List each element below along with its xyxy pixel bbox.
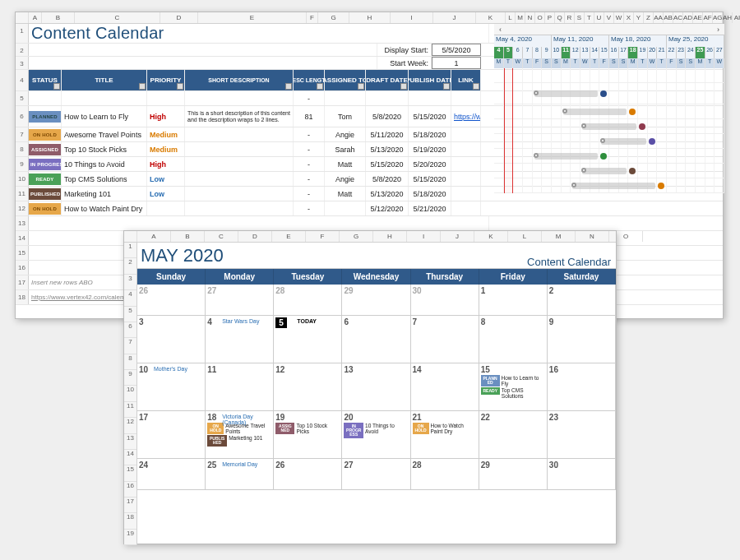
cell-publish-date[interactable]: 5/19/2020: [409, 142, 451, 156]
calendar-day[interactable]: 29: [342, 285, 410, 316]
cell-description[interactable]: [185, 127, 294, 141]
calendar-day[interactable]: 21ON HOLDHow to Watch Paint Dry: [411, 411, 479, 459]
cell-draft-date[interactable]: 5/13/2020: [366, 142, 409, 156]
cell-length[interactable]: -: [294, 172, 325, 186]
cell-title[interactable]: 10 Things to Avoid: [62, 157, 147, 171]
cell-publish-date[interactable]: 5/20/2020: [409, 157, 451, 171]
cell-title[interactable]: Top 10 Stock Picks: [62, 142, 147, 156]
calendar-day[interactable]: 23: [548, 411, 616, 459]
cell-assigned[interactable]: Angie: [325, 172, 366, 186]
calendar-day[interactable]: 2: [548, 285, 616, 316]
cell-title[interactable]: Top CMS Solutions: [62, 172, 147, 186]
display-start-input[interactable]: 5/5/2020: [432, 44, 481, 56]
cell-draft-date[interactable]: 5/12/2020: [366, 201, 409, 215]
calendar-day[interactable]: 6: [342, 316, 410, 363]
calendar-day[interactable]: 24: [137, 459, 206, 490]
col-header-link[interactable]: LINK: [451, 70, 481, 90]
calendar-day[interactable]: 10Mother's Day: [137, 363, 206, 411]
cell-length[interactable]: -: [294, 157, 325, 171]
cell-link[interactable]: [451, 127, 481, 141]
cell-length[interactable]: -: [294, 142, 325, 156]
calendar-event[interactable]: IN PROGR ESS10 Things to Avoid: [344, 423, 408, 438]
cell-priority[interactable]: Medium: [147, 127, 185, 141]
gantt-next-button[interactable]: ›: [717, 25, 719, 34]
cell-draft-date[interactable]: 5/13/2020: [366, 187, 409, 201]
cell-link[interactable]: [451, 157, 481, 171]
cell-priority[interactable]: High: [147, 157, 185, 171]
calendar-day[interactable]: 18Victoria Day (Canada)ON HOLDAwesome Tr…: [206, 411, 274, 459]
cell-description[interactable]: [185, 187, 294, 201]
cell-assigned[interactable]: Tom: [325, 106, 366, 127]
cell-publish-date[interactable]: 5/21/2020: [409, 201, 451, 215]
calendar-day[interactable]: 30: [411, 285, 479, 316]
cell-publish-date[interactable]: 5/15/2020: [409, 106, 451, 127]
footer-link[interactable]: https://www.vertex42.com/calendar: [31, 294, 133, 301]
calendar-day[interactable]: 19ASSIG NEDTop 10 Stock Picks: [274, 411, 342, 459]
filter-dropdown-icon[interactable]: [53, 83, 60, 90]
calendar-day[interactable]: 12: [274, 363, 342, 411]
cell-title[interactable]: How to Watch Paint Dry: [62, 201, 147, 215]
cell-title[interactable]: Marketing 101: [62, 187, 147, 201]
col-header-publish-date[interactable]: PUBLISH DATE: [409, 70, 451, 90]
cell-draft-date[interactable]: 5/8/2020: [366, 106, 409, 127]
cell-assigned[interactable]: [325, 201, 366, 215]
col-header-short-description[interactable]: SHORT DESCRIPTION: [185, 70, 294, 90]
cell-priority[interactable]: High: [147, 106, 185, 127]
cell-priority[interactable]: [147, 201, 185, 215]
cell-length[interactable]: 81: [294, 106, 325, 127]
cell-description[interactable]: [185, 157, 294, 171]
col-header-status[interactable]: STATUS: [29, 70, 62, 90]
calendar-day[interactable]: 16: [548, 363, 616, 411]
start-week-input[interactable]: 1: [432, 57, 481, 69]
filter-dropdown-icon[interactable]: [139, 83, 146, 90]
calendar-day[interactable]: 22: [479, 411, 548, 459]
cell-assigned[interactable]: Angie: [325, 127, 366, 141]
calendar-day[interactable]: 13: [342, 363, 410, 411]
calendar-day[interactable]: 28: [274, 285, 342, 316]
col-header-title[interactable]: TITLE: [62, 70, 147, 90]
calendar-event[interactable]: ON HOLDHow to Watch Paint Dry: [413, 423, 477, 434]
cell-priority[interactable]: Medium: [147, 142, 185, 156]
calendar-day[interactable]: 20IN PROGR ESS10 Things to Avoid: [342, 411, 410, 459]
cell-publish-date[interactable]: 5/15/2020: [409, 172, 451, 186]
calendar-day[interactable]: 27: [342, 459, 410, 490]
cell-description[interactable]: [185, 142, 294, 156]
calendar-day[interactable]: 5TODAY: [274, 316, 342, 363]
col-header-assigned-to[interactable]: ASSIGNED TO: [325, 70, 366, 90]
calendar-day[interactable]: 7: [411, 316, 479, 363]
cell-description[interactable]: [185, 201, 294, 215]
cell-draft-date[interactable]: 5/8/2020: [366, 172, 409, 186]
cell-draft-date[interactable]: 5/11/2020: [366, 127, 409, 141]
calendar-day[interactable]: 30: [548, 459, 616, 490]
cell-draft-date[interactable]: 5/15/2020: [366, 157, 409, 171]
cell-description[interactable]: [185, 172, 294, 186]
calendar-day[interactable]: 29: [479, 459, 548, 490]
cell-link[interactable]: [451, 172, 481, 186]
calendar-day[interactable]: 15PLANN EDHow to Learn to FlyREADYTop CM…: [479, 363, 548, 411]
calendar-day[interactable]: 25Memorial Day: [206, 459, 274, 490]
filter-dropdown-icon[interactable]: [358, 83, 364, 90]
calendar-day[interactable]: 26: [137, 285, 206, 316]
calendar-day[interactable]: 9: [548, 316, 616, 363]
cell-link[interactable]: https://ww: [451, 106, 481, 127]
calendar-event[interactable]: ASSIG NEDTop 10 Stock Picks: [275, 423, 340, 434]
calendar-day[interactable]: 1: [479, 285, 548, 316]
cell-publish-date[interactable]: 5/18/2020: [409, 187, 451, 201]
calendar-day[interactable]: 8: [479, 316, 548, 363]
cell-link[interactable]: [451, 187, 481, 201]
cell-publish-date[interactable]: 5/18/2020: [409, 127, 451, 141]
filter-dropdown-icon[interactable]: [443, 83, 450, 90]
filter-dropdown-icon[interactable]: [285, 83, 292, 90]
col-header-priority[interactable]: PRIORITY: [147, 70, 185, 90]
cell-link[interactable]: [451, 142, 481, 156]
cell-title[interactable]: Awesome Travel Points: [62, 127, 147, 141]
calendar-day[interactable]: 28: [411, 459, 479, 490]
cell-length[interactable]: -: [294, 127, 325, 141]
cell-length[interactable]: -: [294, 201, 325, 215]
filter-dropdown-icon[interactable]: [473, 83, 479, 90]
calendar-day[interactable]: 14: [411, 363, 479, 411]
cell-length[interactable]: -: [294, 187, 325, 201]
col-header-desc-length[interactable]: DESC LENGTH: [294, 70, 325, 90]
calendar-day[interactable]: 4Star Wars Day: [206, 316, 274, 363]
cell-assigned[interactable]: Matt: [325, 187, 366, 201]
